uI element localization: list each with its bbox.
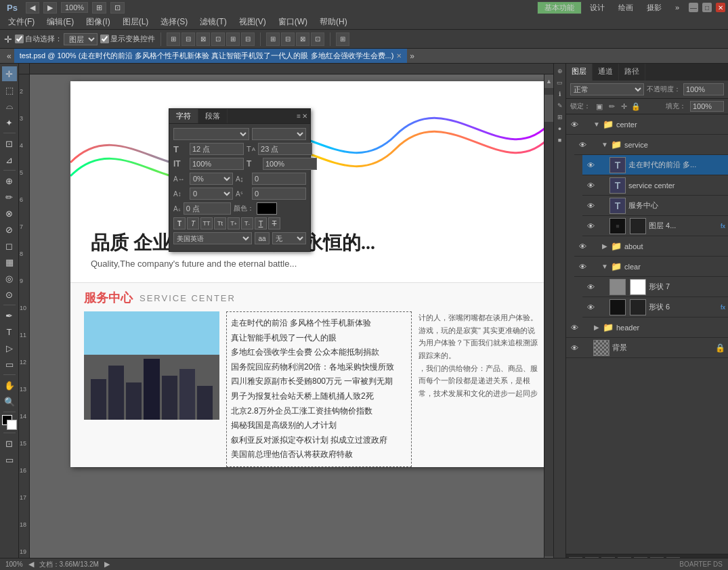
layer-eye-clear[interactable]: 👁 xyxy=(577,261,588,272)
layer-arrow-center[interactable]: ▼ xyxy=(593,121,600,128)
layer-arrow-clear[interactable]: ▼ xyxy=(601,263,608,270)
layer-service-group[interactable]: 👁 ▼ 📁 service xyxy=(574,135,728,155)
path-tool[interactable]: ▷ xyxy=(2,341,17,355)
dist-even-btn[interactable]: ⊡ xyxy=(311,32,324,46)
align-right-btn[interactable]: ⊠ xyxy=(196,32,210,46)
menu-select[interactable]: 选择(S) xyxy=(155,15,193,29)
layer-shape6[interactable]: 👁 形状 6 fx xyxy=(582,297,728,317)
rulers-right-btn[interactable]: ▭ xyxy=(555,78,565,87)
layer-text-servicecenter[interactable]: 👁 T service center xyxy=(582,175,728,196)
clone-tool[interactable]: ⊗ xyxy=(2,206,17,221)
align-top-btn[interactable]: ⊡ xyxy=(211,32,225,46)
layer-eye-center[interactable]: 👁 xyxy=(569,119,580,130)
scroll-thumb[interactable] xyxy=(544,95,553,122)
zoom-display[interactable]: 100% xyxy=(61,2,88,13)
panel-menu-icon[interactable]: ≡ xyxy=(297,112,301,120)
layer-arrow-service[interactable]: ▼ xyxy=(601,141,608,148)
window-minimize-btn[interactable]: — xyxy=(689,3,698,12)
layer-clear-group[interactable]: 👁 ▼ 📁 clear xyxy=(574,257,728,277)
align-vcenter-btn[interactable]: ⊞ xyxy=(226,32,240,46)
workspace-basic-btn[interactable]: 基本功能 xyxy=(537,1,582,14)
dist-vert-btn[interactable]: ⊟ xyxy=(281,32,295,46)
font-style-select[interactable] xyxy=(252,128,306,140)
shape-tool[interactable]: ▭ xyxy=(2,357,17,372)
vertical-scale-input[interactable] xyxy=(190,158,244,170)
layer-eye-service[interactable]: 👁 xyxy=(577,139,588,150)
screen-mode-btn[interactable]: ▭ xyxy=(2,452,17,467)
baseline-select[interactable]: 0 xyxy=(190,188,233,200)
blur-tool[interactable]: ◎ xyxy=(2,271,17,286)
view-toggle-btn[interactable]: ⊞ xyxy=(92,2,106,14)
leading-input[interactable] xyxy=(258,143,312,155)
doc-tab-main[interactable]: test.psd @ 100% (走在时代的前沿 多风格个性手机新体验 真让智能… xyxy=(14,49,408,63)
menu-filter[interactable]: 滤镜(T) xyxy=(194,15,232,29)
font-family-select[interactable] xyxy=(173,128,249,140)
smallcaps-btn[interactable]: Tt xyxy=(214,217,226,229)
zoom-tool[interactable]: 🔍 xyxy=(2,394,17,409)
lasso-tool[interactable]: ⌓ xyxy=(2,99,17,114)
auto-select-checkbox[interactable] xyxy=(15,35,24,43)
layer-eye-shape7[interactable]: 👁 xyxy=(585,282,596,292)
move-tool[interactable]: ✛ xyxy=(2,66,17,81)
menu-window[interactable]: 窗口(W) xyxy=(273,15,313,29)
layer-arrow-about[interactable]: ▶ xyxy=(601,243,608,250)
bold-btn[interactable]: T xyxy=(173,217,186,229)
layer-eye-layer4[interactable]: 👁 xyxy=(585,221,596,232)
layer-4-fx[interactable]: 👁 ■ 图层 4... fx xyxy=(582,216,728,236)
layers-tab[interactable]: 图层 xyxy=(566,64,593,81)
eyedropper-right-btn[interactable]: ⊕ xyxy=(555,66,565,76)
dodge-tool[interactable]: ⊙ xyxy=(2,287,17,302)
window-maximize-btn[interactable]: □ xyxy=(702,3,712,12)
menu-view[interactable]: 视图(V) xyxy=(234,15,272,29)
menu-edit[interactable]: 编辑(E) xyxy=(41,15,79,29)
text-color-swatch[interactable] xyxy=(257,202,277,215)
layer-eye-text2[interactable]: 👁 xyxy=(585,180,596,191)
layer-about-group[interactable]: 👁 ▶ 📁 about xyxy=(574,236,728,257)
baseline-shift-input[interactable] xyxy=(184,202,231,215)
fill-input[interactable] xyxy=(690,101,724,112)
gradient-tool[interactable]: ▦ xyxy=(2,255,17,269)
align-bottom-btn[interactable]: ⊟ xyxy=(241,32,255,46)
window-close-btn[interactable]: ✕ xyxy=(716,3,725,12)
tracking-input[interactable] xyxy=(252,173,306,185)
layer-background[interactable]: 👁 背景 🔒 xyxy=(566,338,728,358)
baseline2-input[interactable] xyxy=(252,188,306,200)
crop-tool[interactable]: ⊡ xyxy=(2,136,17,151)
hand-tool[interactable]: ✋ xyxy=(2,378,17,393)
layer-shape7[interactable]: 👁 形状 7 xyxy=(582,277,728,297)
brush-tool[interactable]: ✏ xyxy=(2,190,17,204)
history-brush-tool[interactable]: ⊘ xyxy=(2,222,17,237)
status-nav-prev[interactable]: ◀ xyxy=(28,560,34,569)
nav-photo-btn[interactable]: 摄影 xyxy=(641,2,667,14)
blend-mode-select[interactable]: 正常 xyxy=(570,83,644,95)
menu-image[interactable]: 图像(I) xyxy=(81,15,115,29)
scroll-up-btn[interactable]: ▲ xyxy=(544,74,553,88)
color-swatch-group[interactable] xyxy=(2,415,17,430)
layer-eye-header[interactable]: 👁 xyxy=(569,322,580,333)
menu-file[interactable]: 文件(F) xyxy=(3,15,40,29)
layer-eye-text1[interactable]: 👁 xyxy=(585,160,596,171)
background-color[interactable] xyxy=(7,420,17,430)
layer-text-servicezh[interactable]: 👁 T 服务中心 xyxy=(582,196,728,216)
paths-tab[interactable]: 路径 xyxy=(619,64,645,81)
show-transform-checkbox[interactable] xyxy=(100,35,109,43)
char-tab[interactable]: 字符 xyxy=(169,109,198,123)
underline-btn[interactable]: T xyxy=(255,217,267,229)
lock-move-icon[interactable]: ✛ xyxy=(619,102,628,111)
doc-tab-close-btn[interactable]: ✕ xyxy=(396,52,402,60)
layer-eye-about[interactable]: 👁 xyxy=(577,241,588,252)
menu-layer[interactable]: 图层(L) xyxy=(117,15,154,29)
eraser-tool[interactable]: ◻ xyxy=(2,238,17,253)
layer-eye-shape6[interactable]: 👁 xyxy=(585,302,596,313)
layer-center-group[interactable]: 👁 ▼ 📁 center xyxy=(566,114,728,135)
layer-arrow-header[interactable]: ▶ xyxy=(593,324,600,331)
extra-tool-btn[interactable]: ⊞ xyxy=(336,32,349,46)
italic-btn[interactable]: T xyxy=(187,217,199,229)
heal-tool[interactable]: ⊕ xyxy=(2,173,17,188)
nav-more-btn[interactable]: » xyxy=(670,3,685,12)
menu-help[interactable]: 帮助(H) xyxy=(314,15,353,29)
align-center-btn[interactable]: ⊟ xyxy=(181,32,195,46)
kerning-select[interactable]: 0% xyxy=(190,173,233,185)
dist-horiz-btn[interactable]: ⊞ xyxy=(266,32,280,46)
align-left-btn[interactable]: ⊞ xyxy=(167,32,180,46)
